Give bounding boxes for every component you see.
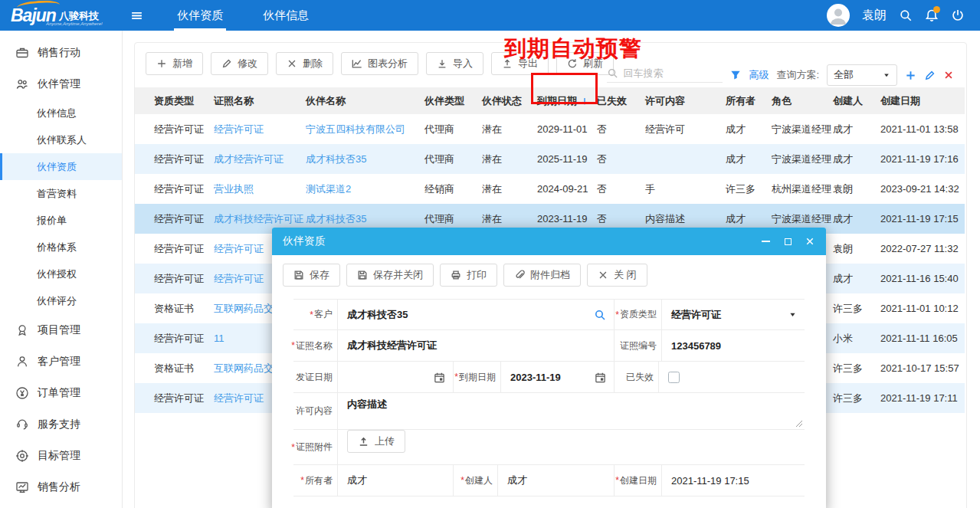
table-cell[interactable]: 营业执照	[214, 174, 306, 204]
add-scheme-button[interactable]	[905, 70, 916, 81]
保存并关闭-button[interactable]: 保存并关闭	[346, 264, 434, 287]
sidebar-item-伙伴评分[interactable]: 伙伴评分	[0, 287, 122, 314]
cell-link[interactable]: 经营许可证	[214, 123, 264, 135]
calendar-icon[interactable]	[595, 372, 614, 383]
modal-header[interactable]: 伙伴资质	[272, 228, 826, 255]
qual-type-select[interactable]: 经营许可证	[662, 308, 788, 322]
cert-no-field[interactable]: 123456789	[662, 340, 805, 352]
table-cell: 成才	[833, 204, 880, 234]
close-icon[interactable]	[805, 236, 815, 247]
cert-name-field[interactable]: 成才科技经营许可证	[338, 339, 614, 352]
column-header-创建人[interactable]: 创建人	[833, 87, 880, 114]
bell-icon[interactable]	[925, 8, 939, 22]
附件归档-button[interactable]: 附件归档	[503, 264, 581, 287]
button-label: 图表分析	[368, 57, 408, 70]
column-header-创建日期[interactable]: 创建日期	[880, 87, 965, 114]
cell-link[interactable]: 测试渠道2	[306, 183, 351, 195]
sidebar-item-伙伴授权[interactable]: 伙伴授权	[0, 261, 122, 287]
cell-link[interactable]: 经营许可证	[214, 243, 264, 254]
修改-button[interactable]: 修改	[211, 52, 268, 75]
导入-button[interactable]: 导入	[426, 52, 483, 75]
column-header-许可内容[interactable]: 许可内容	[645, 87, 726, 114]
expire-date-field[interactable]: 2023-11-19	[501, 372, 595, 383]
customer-field[interactable]: 成才科技否35	[338, 308, 594, 322]
sidebar-item-伙伴资质[interactable]: 伙伴资质	[0, 153, 122, 180]
sidebar-item-价格体系[interactable]: 价格体系	[0, 234, 122, 261]
图表分析-button[interactable]: 图表分析	[341, 52, 418, 75]
advanced-search-link[interactable]: 高级	[749, 68, 769, 82]
cell-link[interactable]: 11	[214, 333, 225, 344]
column-header-角色[interactable]: 角色	[772, 87, 833, 114]
create-date-field[interactable]: 2021-11-19 17:15	[662, 475, 805, 487]
maximize-icon[interactable]	[782, 236, 793, 247]
table-cell[interactable]: 宁波五四科技有限公司	[306, 114, 424, 144]
search-input[interactable]	[623, 67, 723, 79]
nav-tab[interactable]: 伙伴资质	[157, 0, 243, 31]
plus-icon	[156, 58, 167, 69]
保存-button[interactable]: 保存	[283, 264, 340, 287]
cell-link[interactable]: 经营许可证	[214, 392, 264, 404]
sidebar-item-伙伴管理[interactable]: 伙伴管理	[0, 68, 122, 100]
column-header-伙伴类型[interactable]: 伙伴类型	[424, 87, 482, 114]
table-row[interactable]: 经营许可证营业执照测试渠道2经销商潜在2024-09-21否手许三多杭州渠道经理…	[135, 174, 965, 204]
sidebar-item-订单管理[interactable]: 订单管理	[0, 377, 122, 408]
column-header-已失效[interactable]: 已失效	[597, 87, 645, 114]
sidebar-item-报价单[interactable]: 报价单	[0, 207, 122, 234]
column-header-资质类型[interactable]: 资质类型	[135, 87, 214, 114]
cell-link[interactable]: 成才经营许可证	[214, 153, 284, 165]
cell-link[interactable]: 宁波五四科技有限公司	[306, 123, 405, 135]
table-cell[interactable]: 成才经营许可证	[214, 144, 306, 174]
column-header-证照名称[interactable]: 证照名称	[214, 87, 306, 114]
sidebar-item-首营资料[interactable]: 首营资料	[0, 180, 122, 207]
table-cell[interactable]: 成才科技否35	[306, 144, 424, 174]
sidebar-item-项目管理[interactable]: 项目管理	[0, 314, 122, 346]
chevron-down-icon[interactable]	[788, 310, 805, 319]
cell-link[interactable]: 营业执照	[214, 183, 254, 195]
删除-button[interactable]: 删除	[276, 52, 333, 75]
search-icon[interactable]	[899, 8, 913, 22]
sidebar-item-服务支持[interactable]: 服务支持	[0, 408, 122, 440]
sidebar-item-客户管理[interactable]: 客户管理	[0, 346, 122, 377]
sidebar-item-销售分析[interactable]: 销售分析	[0, 471, 122, 503]
关 闭-button[interactable]: 关 闭	[587, 264, 647, 287]
user-name[interactable]: 袁朗	[862, 8, 887, 24]
creator-field[interactable]: 成才	[498, 474, 614, 487]
table-row[interactable]: 经营许可证成才经营许可证成才科技否35代理商潜在2025-11-19否成才宁波渠…	[135, 144, 965, 174]
table-row[interactable]: 经营许可证经营许可证宁波五四科技有限公司代理商潜在2029-11-01否经营许可…	[135, 114, 965, 144]
delete-scheme-button[interactable]	[943, 70, 954, 80]
cell-link[interactable]: 成才科技经营许可证	[214, 213, 303, 225]
cell-link[interactable]: 经营许可证	[214, 273, 264, 284]
column-header-伙伴名称[interactable]: 伙伴名称	[306, 87, 424, 114]
新增-button[interactable]: 新增	[146, 52, 203, 75]
edit-scheme-button[interactable]	[924, 70, 936, 81]
chart-icon	[352, 58, 362, 69]
table-cell: 经营许可证	[135, 144, 214, 174]
cell-link[interactable]: 成才科技否35	[306, 213, 366, 225]
table-cell[interactable]: 测试渠道2	[306, 174, 424, 204]
column-header-到期日期[interactable]: 到期日期	[537, 87, 597, 114]
invalid-checkbox[interactable]	[668, 372, 680, 383]
nav-tab[interactable]: 伙伴信息	[243, 0, 329, 31]
upload-button[interactable]: 上传	[347, 430, 405, 453]
calendar-icon[interactable]	[434, 372, 453, 383]
table-cell[interactable]: 经营许可证	[214, 114, 306, 144]
sidebar-item-伙伴信息[interactable]: 伙伴信息	[0, 100, 122, 126]
column-header-所有者[interactable]: 所有者	[726, 87, 772, 114]
resize-handle[interactable]	[795, 419, 802, 427]
button-label: 新增	[172, 57, 192, 70]
hamburger-menu-icon[interactable]	[127, 6, 146, 25]
power-icon[interactable]	[951, 8, 965, 22]
minimize-icon[interactable]	[760, 236, 771, 247]
scheme-select[interactable]: 全部	[827, 64, 897, 86]
cell-link[interactable]: 成才科技否35	[306, 153, 366, 165]
打印-button[interactable]: 打印	[440, 264, 497, 287]
sidebar-item-目标管理[interactable]: 目标管理	[0, 440, 122, 471]
column-header-伙伴状态[interactable]: 伙伴状态	[482, 87, 537, 114]
owner-field[interactable]: 成才	[338, 474, 453, 487]
sidebar-item-销售行动[interactable]: 销售行动	[0, 37, 122, 68]
avatar[interactable]	[827, 4, 850, 27]
sidebar-item-伙伴联系人[interactable]: 伙伴联系人	[0, 126, 122, 153]
customer-lookup-icon[interactable]	[594, 309, 614, 321]
filter-icon[interactable]	[730, 70, 741, 80]
content-textarea[interactable]: 内容描述	[338, 393, 805, 429]
